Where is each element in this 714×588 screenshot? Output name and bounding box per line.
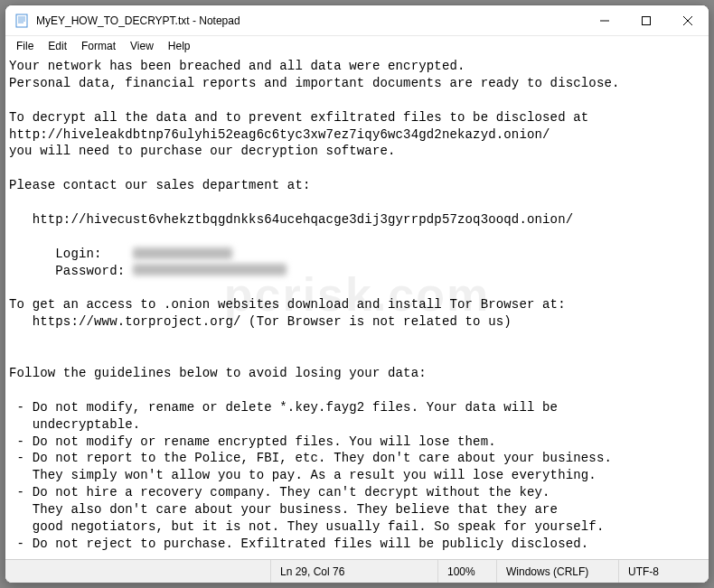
text-line: Personal data, financial reports and imp…: [9, 76, 620, 90]
text-line: - Do not reject to purchase. Exfiltrated…: [9, 537, 588, 551]
menu-edit[interactable]: Edit: [41, 38, 74, 54]
text-line: They also don't care about your business…: [9, 502, 558, 517]
login-label: Login:: [9, 247, 133, 261]
status-cursor-position: Ln 29, Col 76: [270, 560, 437, 583]
text-line: They simply won't allow you to pay. As a…: [9, 468, 597, 482]
close-button[interactable]: [667, 5, 709, 36]
text-line: Please contact our sales department at:: [9, 178, 311, 192]
titlebar: MyEY_HOW_TO_DECRYPT.txt - Notepad: [5, 5, 709, 36]
notepad-window: MyEY_HOW_TO_DECRYPT.txt - Notepad File E…: [5, 5, 709, 583]
text-line: - Do not report to the Police, FBI, etc.…: [9, 451, 612, 465]
menubar: File Edit Format View Help: [5, 36, 709, 56]
maximize-icon: [642, 16, 651, 25]
text-area[interactable]: Your network has been breached and all d…: [5, 56, 709, 559]
text-line: undecryptable.: [9, 417, 140, 432]
text-line: - Do not hire a recovery company. They c…: [9, 485, 550, 499]
text-line: you will need to purchase our decryption…: [9, 144, 396, 158]
menu-file[interactable]: File: [9, 38, 41, 54]
text-line: To get an access to .onion websites down…: [9, 297, 566, 312]
minimize-icon: [600, 16, 609, 25]
login-value-redacted: [133, 247, 232, 259]
password-label: Password:: [9, 264, 133, 278]
menu-help[interactable]: Help: [161, 38, 198, 54]
menu-format[interactable]: Format: [74, 38, 123, 54]
status-line-ending: Windows (CRLF): [496, 560, 618, 583]
close-icon: [683, 16, 692, 25]
window-title: MyEY_HOW_TO_DECRYPT.txt - Notepad: [36, 14, 584, 27]
svg-rect-6: [643, 16, 651, 24]
text-line: Your network has been breached and all d…: [9, 59, 465, 73]
text-line: Follow the guidelines below to avoid los…: [9, 366, 427, 380]
text-line: http://hiveleakdbtnp76ulyhi52eag6c6tyc3x…: [9, 127, 550, 142]
text-line: good negotiators, but it is not. They us…: [9, 519, 604, 534]
text-line: To decrypt all the data and to prevent e…: [9, 110, 588, 125]
status-encoding: UTF-8: [618, 560, 709, 583]
maximize-button[interactable]: [625, 5, 667, 36]
text-line: https://www.torproject.org/ (Tor Browser…: [9, 314, 512, 329]
text-line: - Do not modify or rename encrypted file…: [9, 434, 496, 449]
status-zoom: 100%: [437, 560, 496, 583]
text-line: - Do not modify, rename or delete *.key.…: [9, 400, 558, 415]
minimize-button[interactable]: [584, 5, 625, 36]
password-value-redacted: [133, 264, 287, 275]
text-line: http://hivecust6vhekztbqgdnkks64ucehqacg…: [9, 212, 573, 227]
menu-view[interactable]: View: [123, 38, 161, 54]
notepad-app-icon: [14, 14, 29, 28]
statusbar: Ln 29, Col 76 100% Windows (CRLF) UTF-8: [5, 559, 709, 583]
